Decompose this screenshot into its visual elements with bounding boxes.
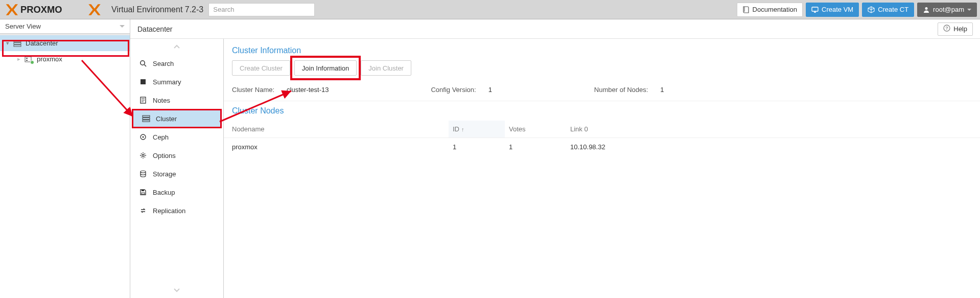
chevron-down-icon (120, 25, 125, 28)
num-nodes-value: 1 (660, 86, 664, 94)
svg-rect-1 (812, 7, 818, 11)
nav-item-backup[interactable]: Backup (130, 183, 223, 201)
user-icon (923, 6, 930, 13)
search-input[interactable]: Search (208, 3, 315, 16)
svg-point-2 (925, 7, 928, 10)
search-placeholder: Search (213, 6, 234, 13)
svg-rect-15 (143, 120, 150, 122)
cluster-name-value: cluster-test-13 (287, 86, 329, 94)
th-link0[interactable]: Link 0 (566, 125, 980, 133)
config-nav-panel: Search Summary Notes Cluster Ceph Option… (130, 39, 224, 298)
chevron-down-icon (967, 9, 971, 11)
config-version-value: 1 (488, 86, 492, 94)
cell-link0: 10.10.98.32 (566, 143, 980, 151)
nav-item-cluster[interactable]: Cluster (132, 109, 222, 128)
svg-rect-21 (142, 193, 145, 194)
proxmox-logo: PROXMO (5, 3, 107, 17)
sync-icon (138, 207, 148, 214)
expand-icon[interactable]: ▾ (6, 40, 12, 47)
svg-point-17 (143, 136, 144, 138)
nav-item-search[interactable]: Search (130, 54, 223, 73)
cell-nodename: proxmox (224, 143, 449, 151)
note-icon (138, 97, 148, 104)
join-cluster-button[interactable]: Join Cluster (361, 60, 411, 76)
server-rack-icon (13, 40, 21, 47)
nav-item-replication[interactable]: Replication (130, 201, 223, 220)
nav-item-storage[interactable]: Storage (130, 165, 223, 183)
nav-item-notes[interactable]: Notes (130, 91, 223, 109)
svg-point-18 (142, 154, 144, 156)
resource-tree-panel: Server View ▾ Datacenter ▸ proxmox (0, 19, 130, 298)
help-button[interactable]: ? Help (938, 22, 973, 36)
table-row[interactable]: proxmox 1 1 10.10.98.32 (224, 138, 980, 155)
svg-rect-8 (26, 60, 28, 61)
content-header: Datacenter ? Help (130, 19, 980, 39)
tree-item-node-proxmox[interactable]: ▸ proxmox (0, 51, 130, 67)
num-nodes-label: Number of Nodes: (594, 86, 648, 94)
tree-view-selector[interactable]: Server View (0, 19, 130, 34)
cell-id: 1 (449, 143, 505, 151)
save-icon (138, 189, 148, 196)
svg-rect-13 (143, 116, 150, 117)
app-header: PROXMO Virtual Environment 7.2-3 Search … (0, 0, 980, 19)
th-votes[interactable]: Votes (505, 125, 566, 133)
nav-item-options[interactable]: Options (130, 146, 223, 165)
tree-item-datacenter[interactable]: ▾ Datacenter (0, 35, 130, 51)
help-icon: ? (943, 25, 950, 33)
svg-rect-3 (14, 40, 21, 42)
expand-icon[interactable]: ▸ (17, 56, 24, 62)
th-nodename[interactable]: Nodename (224, 125, 449, 133)
cluster-button-row: Create Cluster Join Information Join Clu… (224, 60, 980, 82)
ceph-icon (138, 133, 148, 141)
cluster-nodes-title: Cluster Nodes (224, 101, 980, 121)
svg-rect-20 (142, 190, 144, 191)
gear-icon (138, 152, 148, 159)
server-rack-icon (142, 115, 151, 122)
cube-icon (868, 6, 875, 13)
nav-item-summary[interactable]: Summary (130, 73, 223, 91)
create-cluster-button[interactable]: Create Cluster (232, 60, 290, 76)
nav-scroll-up[interactable] (130, 39, 223, 54)
nav-item-ceph[interactable]: Ceph (130, 128, 223, 146)
create-ct-button[interactable]: Create CT (862, 3, 914, 17)
th-id[interactable]: ID↑ (449, 121, 505, 137)
version-text: Virtual Environment 7.2-3 (111, 5, 203, 14)
cluster-info-title: Cluster Information (224, 39, 980, 60)
server-node-icon (25, 56, 33, 63)
cluster-name-label: Cluster Name: (232, 86, 274, 94)
svg-text:PROXMO: PROXMO (20, 4, 62, 14)
svg-rect-14 (143, 118, 150, 120)
user-menu-button[interactable]: root@pam (917, 3, 977, 17)
svg-rect-7 (26, 58, 28, 59)
svg-text:?: ? (946, 26, 949, 31)
svg-rect-5 (14, 45, 21, 47)
create-vm-button[interactable]: Create VM (806, 3, 859, 17)
search-icon (138, 60, 148, 67)
cell-votes: 1 (505, 143, 566, 151)
book-icon (742, 6, 750, 13)
sort-asc-icon: ↑ (461, 126, 464, 132)
content-pane: Cluster Information Create Cluster Join … (224, 39, 980, 298)
nodes-table-header: Nodename ID↑ Votes Link 0 (224, 121, 980, 138)
database-icon (138, 170, 148, 177)
book-icon (138, 78, 148, 85)
cluster-info-row: Cluster Name:cluster-test-13 Config Vers… (224, 82, 980, 101)
monitor-icon (811, 6, 819, 13)
documentation-button[interactable]: Documentation (737, 3, 803, 17)
svg-point-19 (141, 171, 146, 173)
config-version-label: Config Version: (431, 86, 476, 94)
svg-point-11 (141, 61, 145, 65)
nav-scroll-down[interactable] (130, 283, 223, 298)
join-information-button[interactable]: Join Information (294, 60, 357, 76)
svg-rect-4 (14, 42, 21, 44)
breadcrumb: Datacenter (137, 25, 172, 33)
